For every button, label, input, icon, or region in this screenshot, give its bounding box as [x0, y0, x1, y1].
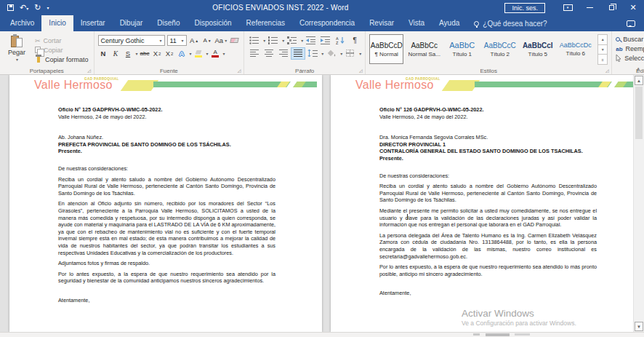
- find-button[interactable]: Buscar ▾: [616, 36, 644, 43]
- recipient-name: Ab. Johana Núñez.: [58, 134, 275, 141]
- font-size-combo[interactable]: 11▾: [167, 35, 187, 46]
- change-case-button[interactable]: Aa▾: [215, 35, 228, 46]
- subscript-button[interactable]: X2: [152, 48, 163, 59]
- show-marks-button[interactable]: ¶: [348, 35, 361, 46]
- undo-icon[interactable]: ↶▾: [20, 4, 28, 12]
- tab-disposicion[interactable]: Disposición: [187, 15, 238, 31]
- shading-dropdown-icon[interactable]: ▾: [340, 51, 342, 56]
- scrollbar-thumb[interactable]: [635, 87, 643, 139]
- replace-icon: ab: [616, 46, 622, 52]
- page-oficio-125[interactable]: Valle Hermoso GAD PARROQUIAL Oficio N° 1…: [9, 75, 322, 332]
- scroll-down-button[interactable]: ▼: [635, 322, 643, 331]
- font-family-combo[interactable]: Century Gothic▾: [98, 35, 165, 46]
- tab-referencias[interactable]: Referencias: [239, 15, 292, 31]
- text-effects-dropdown-icon[interactable]: ▾: [190, 51, 192, 56]
- salutation: De nuestras consideraciones:: [58, 165, 275, 173]
- numbering-dropdown-icon[interactable]: ▾: [282, 38, 284, 43]
- paragraph-dialog-launcher[interactable]: ◿: [358, 68, 363, 74]
- styles-scroll-up[interactable]: ▲: [597, 34, 608, 45]
- clear-formatting-button[interactable]: [229, 35, 240, 46]
- highlight-dropdown-icon[interactable]: ▾: [206, 51, 209, 56]
- borders-dropdown-icon[interactable]: ▾: [359, 51, 361, 56]
- justify-button[interactable]: [291, 48, 305, 59]
- line-spacing-button[interactable]: [306, 48, 319, 59]
- redo-icon[interactable]: ↻: [34, 4, 41, 12]
- underline-button[interactable]: S: [123, 48, 134, 59]
- font-color-button[interactable]: A: [210, 48, 221, 59]
- italic-button[interactable]: K: [110, 48, 121, 59]
- view-web-layout-button[interactable]: [515, 333, 530, 336]
- style-normal-sa[interactable]: AaBbCc Normal Sa...: [407, 34, 441, 64]
- group-clipboard: Pegar ▾ ✂ Cortar Copiar Copiar formato P…: [0, 31, 94, 74]
- decrease-indent-button[interactable]: [305, 35, 318, 46]
- collapse-ribbon-icon[interactable]: ∧: [636, 66, 640, 73]
- document-canvas[interactable]: Valle Hermoso GAD PARROQUIAL Oficio N° 1…: [0, 75, 644, 332]
- ribbon-display-options-button[interactable]: ▾: [557, 0, 579, 15]
- line-spacing-dropdown-icon[interactable]: ▾: [321, 51, 323, 56]
- close-button[interactable]: ✕: [622, 0, 644, 15]
- font-dialog-launcher[interactable]: ◿: [236, 68, 242, 74]
- grow-font-button[interactable]: A▲: [189, 35, 200, 46]
- styles-gallery-expand[interactable]: ≡: [597, 54, 608, 65]
- text-effects-button[interactable]: A: [177, 48, 188, 59]
- vertical-scrollbar[interactable]: ▲ ▼: [633, 75, 644, 332]
- style-titulo-5[interactable]: AaBbCcI Título 5: [520, 34, 555, 64]
- multilevel-list-icon: [287, 36, 297, 44]
- window-controls: ▾ ✕: [557, 0, 644, 15]
- replace-button[interactable]: ab Reemplazar: [616, 45, 644, 52]
- strikethrough-button[interactable]: abc: [140, 48, 150, 59]
- tab-archivo[interactable]: Archivo: [3, 15, 41, 31]
- page-oficio-126[interactable]: Valle Hermoso GAD PARROQUIAL Oficio N° 1…: [331, 75, 643, 332]
- view-read-mode-button[interactable]: [473, 333, 480, 336]
- tab-diseno[interactable]: Diseño: [150, 15, 187, 31]
- minimize-button[interactable]: [579, 0, 600, 15]
- bold-button[interactable]: N: [98, 48, 109, 59]
- multilevel-dropdown-icon[interactable]: ▾: [301, 38, 303, 43]
- style-titulo-6[interactable]: AaBbCcDc Título 6: [558, 34, 592, 64]
- highlighter-icon: [195, 50, 202, 58]
- bullets-dropdown-icon[interactable]: ▾: [263, 38, 265, 43]
- style-titulo-1[interactable]: AaBbC Título 1: [445, 34, 479, 64]
- align-left-button[interactable]: [248, 48, 261, 59]
- sort-button[interactable]: AZ: [334, 35, 347, 46]
- bullets-button[interactable]: [248, 35, 261, 46]
- copy-button[interactable]: Copiar: [33, 45, 90, 55]
- font-color-dropdown-icon[interactable]: ▾: [223, 51, 225, 56]
- clipboard-dialog-launcher[interactable]: ◿: [86, 68, 92, 74]
- tab-ayuda[interactable]: Ayuda: [432, 15, 467, 31]
- comment-feedback-icon[interactable]: [627, 20, 635, 27]
- tab-vista[interactable]: Vista: [401, 15, 432, 31]
- styles-scroll-down[interactable]: ▼: [597, 44, 608, 55]
- underline-dropdown-icon[interactable]: ▾: [136, 51, 138, 56]
- tab-insertar[interactable]: Insertar: [73, 15, 113, 31]
- sign-in-button[interactable]: Inic. ses.: [504, 3, 545, 13]
- styles-dialog-launcher[interactable]: ◿: [604, 68, 610, 74]
- multilevel-list-button[interactable]: [286, 35, 299, 46]
- tab-dibujar[interactable]: Dibujar: [113, 15, 150, 31]
- paste-button[interactable]: Pegar ▾: [4, 33, 30, 65]
- style-normal[interactable]: AaBbCcD ¶ Normal: [369, 34, 403, 64]
- style-titulo-2[interactable]: AaBbCcC Título 2: [483, 34, 517, 64]
- shrink-font-button[interactable]: A▼: [202, 35, 213, 46]
- align-center-button[interactable]: [262, 48, 275, 59]
- letterhead: Valle Hermoso GAD PARROQUIAL: [331, 76, 643, 98]
- scroll-up-button[interactable]: ▲: [635, 76, 643, 85]
- view-print-layout-button[interactable]: [486, 333, 510, 336]
- numbering-button[interactable]: [267, 35, 280, 46]
- tab-revisar[interactable]: Revisar: [362, 15, 401, 31]
- highlight-button[interactable]: [193, 48, 204, 59]
- borders-button[interactable]: [344, 48, 357, 59]
- select-button[interactable]: Seleccionar ▾: [616, 55, 644, 62]
- cut-button[interactable]: ✂ Cortar: [33, 36, 90, 45]
- superscript-button[interactable]: X2: [164, 48, 175, 59]
- shading-button[interactable]: [325, 48, 338, 59]
- restore-button[interactable]: [600, 0, 622, 15]
- tab-inicio[interactable]: Inicio: [41, 15, 73, 31]
- tab-correspondencia[interactable]: Correspondencia: [292, 15, 362, 31]
- increase-indent-button[interactable]: [319, 35, 332, 46]
- qat-customize-icon[interactable]: ▾: [47, 5, 49, 10]
- closing-line: Atentamente,: [379, 290, 597, 297]
- tell-me-box[interactable]: ¿Qué desea hacer?: [467, 15, 554, 31]
- save-icon[interactable]: [7, 4, 14, 11]
- align-right-button[interactable]: [277, 48, 290, 59]
